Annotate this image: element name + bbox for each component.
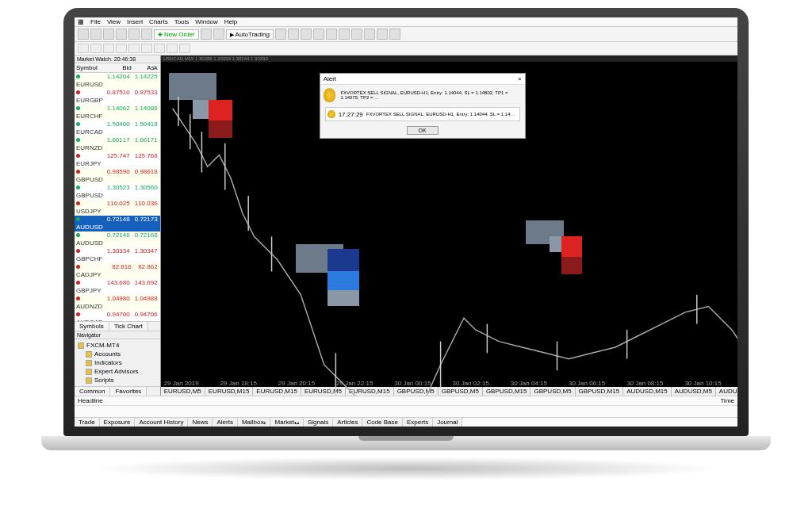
mw-row-eurcad[interactable]: EURCAD1.504001.50418	[75, 121, 160, 136]
nav-indicators[interactable]: Indicators	[78, 358, 157, 367]
mw-row-eurgbp[interactable]: EURGBP0.875100.87533	[75, 89, 160, 105]
menu-insert[interactable]: Insert	[127, 18, 143, 25]
alert-title: Alert	[324, 75, 336, 82]
mw-row-audnzd[interactable]: AUDNZD1.049801.04988	[75, 295, 160, 311]
mw-row-eurchf[interactable]: EURCHF1.140621.14086	[75, 105, 160, 121]
terminal-tab[interactable]: Market₁₄	[270, 418, 303, 427]
draw-arrow-icon[interactable]	[179, 44, 190, 53]
alert-message: FXVORTEX SELL SIGNAL, EURUSD-H1, Entry: …	[340, 90, 521, 100]
laptop-base	[41, 436, 771, 450]
menu-help[interactable]: Help	[224, 18, 237, 25]
terminal-tab[interactable]: Mailbox₂	[238, 418, 271, 427]
draw-channel-icon[interactable]	[141, 44, 152, 53]
tool-bar-chart-icon[interactable]	[275, 29, 286, 40]
alert-history-row[interactable]: 17:27:29 FXVORTEX SELL SIGNAL, EURUSD-H1…	[325, 107, 520, 121]
market-watch-list[interactable]: EURUSD1.142041.14225EURGBP0.875100.87533…	[75, 73, 160, 321]
draw-toolbar	[75, 42, 737, 55]
mw-row-audusd[interactable]: AUDUSD0.721460.72168	[75, 231, 160, 247]
menu-view[interactable]: View	[107, 18, 121, 25]
terminal-tab[interactable]: Journal	[433, 418, 462, 427]
bell-icon	[324, 88, 336, 102]
price-chart[interactable]: 1.317001.316501.316001.315501.315001.314…	[161, 62, 737, 387]
tool-terminal-icon[interactable]	[128, 29, 140, 40]
menu-tools[interactable]: Tools	[174, 18, 190, 25]
menu-bar: ▦ File View Insert Charts Tools Window H…	[75, 17, 737, 27]
mw-row-eurjpy[interactable]: EURJPY125.747125.768	[75, 152, 160, 168]
terminal-panel: HeadlineTime TradeExposureAccount Histor…	[75, 396, 737, 427]
draw-hline-icon[interactable]	[116, 44, 127, 53]
draw-fibo-icon[interactable]	[154, 44, 165, 53]
menu-window[interactable]: Window	[195, 18, 217, 25]
mw-tab-tickchart[interactable]: Tick Chart	[109, 322, 148, 331]
nav-scripts[interactable]: Scripts	[78, 376, 157, 385]
nav-tab-common[interactable]: Common	[75, 387, 110, 396]
tool-autoscroll-icon[interactable]	[339, 29, 350, 40]
tool-profiles-icon[interactable]	[90, 29, 102, 40]
mw-row-eurusd[interactable]: EURUSD1.142041.14225	[75, 73, 160, 89]
folder-icon	[86, 377, 92, 384]
close-icon[interactable]: ×	[518, 75, 522, 82]
tool-zoom-out-icon[interactable]	[326, 29, 337, 40]
terminal-tab[interactable]: Trade	[75, 418, 100, 427]
tool-indicators-icon[interactable]	[364, 29, 375, 40]
mw-row-audcad[interactable]: AUDCAD0.947000.94706	[75, 311, 160, 321]
mw-row-usdjpy[interactable]: USDJPY110.025110.036	[75, 200, 160, 216]
terminal-tab[interactable]: Alerts	[213, 418, 237, 427]
nav-accounts[interactable]: Accounts	[78, 350, 157, 358]
terminal-tab[interactable]: Account History	[135, 418, 188, 427]
folder-icon	[78, 342, 84, 349]
autotrading-button[interactable]: ▶ AutoTrading	[226, 29, 274, 40]
tool-options-icon[interactable]	[213, 29, 224, 40]
tool-shift-icon[interactable]	[351, 29, 362, 40]
navigator-title: Navigator	[75, 331, 160, 339]
nav-experts[interactable]: Expert Advisors	[78, 367, 157, 376]
draw-vline-icon[interactable]	[103, 44, 114, 53]
tool-templates-icon[interactable]	[389, 29, 400, 40]
tool-periods-icon[interactable]	[377, 29, 388, 40]
mw-row-gbpusd[interactable]: GBPUSD1.305231.30560	[75, 184, 160, 200]
mw-row-audusd[interactable]: AUDUSD0.721480.72173	[75, 216, 160, 231]
tool-navigator-icon[interactable]	[116, 29, 127, 40]
news-time-col: Time	[721, 397, 734, 404]
new-order-button[interactable]: ✚ New Order	[154, 29, 199, 40]
laptop-shadow	[89, 457, 723, 480]
tool-line-chart-icon[interactable]	[301, 29, 312, 40]
mt4-logo-icon: ▦	[78, 18, 84, 25]
nav-root[interactable]: FXCM-MT4	[78, 341, 157, 350]
alert-dialog: Alert × FXVORTEX SELL SIGNAL, EURUSD-H1,…	[320, 73, 526, 139]
terminal-tab[interactable]: News	[188, 418, 213, 427]
draw-text-icon[interactable]	[167, 44, 178, 53]
time-axis: 29 Jan 201929 Jan 18:1529 Jan 20:1529 Ja…	[161, 380, 737, 387]
folder-icon	[86, 351, 92, 358]
tool-candle-icon[interactable]	[288, 29, 299, 40]
terminal-tab[interactable]: Code Base	[362, 418, 403, 427]
terminal-tab[interactable]: Exposure	[100, 418, 136, 427]
nav-tab-favorites[interactable]: Favorites	[110, 387, 147, 396]
folder-icon	[86, 369, 92, 375]
draw-cursor-icon[interactable]	[78, 44, 89, 53]
terminal-tab[interactable]: Articles	[333, 418, 362, 427]
tool-tester-icon[interactable]	[141, 29, 152, 40]
tool-zoom-in-icon[interactable]	[313, 29, 324, 40]
draw-trendline-icon[interactable]	[128, 44, 140, 53]
terminal-tab[interactable]: Experts	[403, 418, 433, 427]
mw-row-gbpjpy[interactable]: GBPJPY143.680143.692	[75, 279, 160, 295]
tool-meta-icon[interactable]	[201, 29, 212, 40]
bell-icon	[327, 110, 335, 118]
navigator-tree[interactable]: FXCM-MT4 Accounts Indicators Expert Advi…	[75, 339, 160, 386]
mw-row-gbpusd[interactable]: GBPUSD0.985900.98618	[75, 168, 160, 184]
tool-new-chart-icon[interactable]	[78, 29, 89, 40]
market-watch-title: Market Watch: 20:46:38	[75, 55, 160, 63]
terminal-tab[interactable]: Signals	[304, 418, 333, 427]
mw-tab-symbols[interactable]: Symbols	[75, 322, 109, 331]
menu-file[interactable]: File	[90, 18, 101, 25]
alert-ok-button[interactable]: OK	[407, 126, 439, 135]
folder-icon	[86, 360, 92, 366]
mw-row-cadjpy[interactable]: CADJPY82.81682.862	[75, 263, 160, 279]
mw-row-eurnzd[interactable]: EURNZD1.661171.66171	[75, 136, 160, 152]
tool-market-watch-icon[interactable]	[103, 29, 114, 40]
draw-crosshair-icon[interactable]	[90, 44, 102, 53]
chart-title: USDCAD,M15 1.30288 1.30299 1.30244 1.302…	[161, 55, 737, 62]
mw-row-gbpchf[interactable]: GBPCHF1.303341.30347	[75, 247, 160, 263]
menu-charts[interactable]: Charts	[149, 18, 168, 25]
